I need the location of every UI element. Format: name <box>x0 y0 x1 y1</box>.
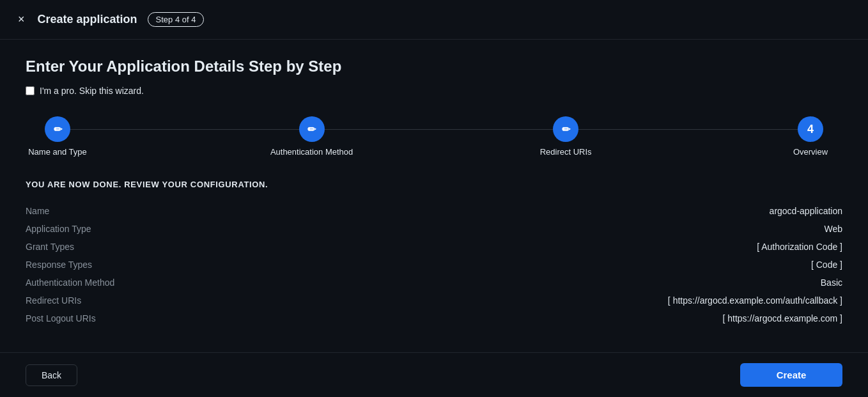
modal-title: Create application <box>38 13 137 26</box>
step-auth-method: ✏ Authentication Method <box>270 116 353 157</box>
config-row-value: Basic <box>153 274 842 292</box>
config-row-label: Post Logout URIs <box>26 309 153 327</box>
step-badge: Step 4 of 4 <box>148 12 205 27</box>
pro-checkbox[interactable] <box>26 86 35 95</box>
table-row: Grant Types[ Authorization Code ] <box>26 238 842 256</box>
step4-circle: 4 <box>798 116 823 142</box>
config-row-value: [ https://argocd.example.com/auth/callba… <box>153 292 842 309</box>
config-row-label: Authentication Method <box>26 274 153 292</box>
config-row-value: argocd-application <box>153 202 842 220</box>
step1-circle: ✏ <box>45 116 70 142</box>
table-row: Nameargocd-application <box>26 202 842 220</box>
step3-label: Redirect URIs <box>540 147 592 157</box>
step2-label: Authentication Method <box>270 147 353 157</box>
config-row-value: [ https://argocd.example.com ] <box>153 309 842 327</box>
config-row-label: Application Type <box>26 220 153 238</box>
close-icon: × <box>18 13 25 26</box>
close-button[interactable]: × <box>15 10 27 29</box>
table-row: Response Types[ Code ] <box>26 256 842 274</box>
back-button[interactable]: Back <box>26 364 77 386</box>
step4-label: Overview <box>793 147 828 157</box>
page-title: Enter Your Application Details Step by S… <box>26 58 842 75</box>
config-row-value: Web <box>153 220 842 238</box>
config-row-label: Response Types <box>26 256 153 274</box>
step4-number-icon: 4 <box>807 123 814 136</box>
modal-header: × Create application Step 4 of 4 <box>0 0 868 40</box>
step-name-and-type: ✏ Name and Type <box>26 116 89 157</box>
config-table: Nameargocd-applicationApplication TypeWe… <box>26 202 842 327</box>
step-redirect-uris: ✏ Redirect URIs <box>534 116 598 157</box>
step3-pencil-icon: ✏ <box>562 123 570 136</box>
pro-checkbox-label: I'm a pro. Skip this wizard. <box>40 86 144 96</box>
stepper: ✏ Name and Type ✏ Authentication Method … <box>26 116 842 157</box>
table-row: Application TypeWeb <box>26 220 842 238</box>
step2-pencil-icon: ✏ <box>307 123 316 136</box>
config-row-label: Grant Types <box>26 238 153 256</box>
step-overview: 4 Overview <box>779 116 842 157</box>
config-row-label: Name <box>26 202 153 220</box>
table-row: Redirect URIs[ https://argocd.example.co… <box>26 292 842 309</box>
modal-footer: Back Create <box>0 352 868 397</box>
table-row: Post Logout URIs[ https://argocd.example… <box>26 309 842 327</box>
step1-pencil-icon: ✏ <box>54 123 62 136</box>
config-row-value: [ Authorization Code ] <box>153 238 842 256</box>
step2-circle: ✏ <box>299 116 325 142</box>
create-button[interactable]: Create <box>740 363 842 387</box>
pro-checkbox-row: I'm a pro. Skip this wizard. <box>26 86 842 96</box>
create-application-modal: × Create application Step 4 of 4 Enter Y… <box>0 0 868 397</box>
config-row-label: Redirect URIs <box>26 292 153 309</box>
modal-body: Enter Your Application Details Step by S… <box>0 40 868 352</box>
review-heading: YOU ARE NOW DONE. REVIEW YOUR CONFIGURAT… <box>26 180 842 189</box>
step3-circle: ✏ <box>553 116 578 142</box>
config-row-value: [ Code ] <box>153 256 842 274</box>
step1-label: Name and Type <box>28 147 87 157</box>
table-row: Authentication MethodBasic <box>26 274 842 292</box>
stepper-line <box>64 129 804 130</box>
